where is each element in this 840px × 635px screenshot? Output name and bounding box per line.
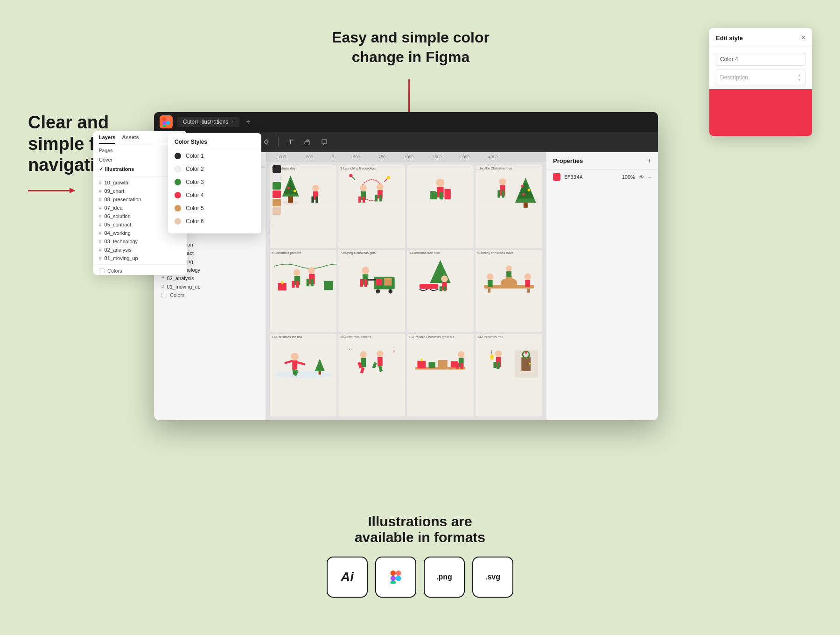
lp-hash-icon: #	[99, 214, 102, 219]
lp-tab-assets[interactable]: Assets	[122, 134, 139, 144]
svg-rect-60	[292, 281, 294, 287]
cs-color-4[interactable]: Color 4	[168, 189, 261, 202]
tab-close-icon[interactable]: ×	[231, 120, 234, 125]
cs-label-5: Color 5	[186, 205, 204, 212]
illus-label-10: 12-Christmas dances	[338, 334, 405, 340]
cs-label-6: Color 6	[186, 218, 204, 225]
swatch-2	[273, 174, 281, 181]
add-tab-button[interactable]: +	[246, 118, 250, 126]
format-svg-label: .svg	[485, 573, 500, 581]
popup-name-input[interactable]	[716, 53, 805, 66]
cs-color-6[interactable]: Color 6	[168, 215, 261, 228]
cs-color-3[interactable]: Color 3	[168, 176, 261, 189]
svg-rect-64	[307, 279, 309, 286]
figma-tab[interactable]: Cuterr Illustrations ×	[177, 117, 239, 127]
swatch-4	[273, 190, 281, 198]
illus-svg-3	[407, 168, 474, 208]
hash-icon: #	[161, 284, 164, 289]
toolbar-pen-icon[interactable]	[259, 135, 273, 148]
cs-dot-4	[175, 192, 181, 198]
illus-presents: 13-Prepare Christmas presents	[407, 334, 474, 416]
lp-separator-2	[93, 264, 187, 265]
edit-style-popup: Edit style × Description ▲ ▼	[709, 28, 812, 136]
layer-02-analysis[interactable]: # 02_analysis	[160, 274, 260, 282]
svg-point-53	[499, 178, 506, 185]
layer-01-moving-up[interactable]: # 01_moving_up	[160, 282, 260, 291]
svg-rect-102	[292, 360, 297, 370]
svg-rect-125	[438, 360, 448, 367]
svg-point-52	[522, 193, 525, 196]
svg-point-95	[525, 273, 531, 280]
svg-point-62	[308, 267, 315, 274]
lp-colors-row[interactable]: Colors	[93, 267, 187, 275]
cs-color-2[interactable]: Color 2	[168, 162, 261, 176]
illus-label-11: 13-Prepare Christmas presents	[407, 334, 474, 340]
right-panel-icons: +	[648, 157, 651, 164]
svg-rect-108	[319, 371, 321, 374]
svg-point-20	[294, 190, 296, 192]
cs-color-5[interactable]: Color 5	[168, 202, 261, 215]
svg-rect-109	[338, 342, 405, 378]
popup-color-swatch	[709, 89, 812, 136]
toolbar-hand-icon[interactable]	[301, 135, 314, 148]
remove-color-button[interactable]: −	[648, 173, 651, 181]
layer-colors[interactable]: Colors	[160, 291, 260, 299]
format-figma-box	[375, 557, 416, 598]
svg-rect-30	[363, 197, 365, 203]
svg-rect-3	[162, 125, 166, 127]
svg-rect-46	[476, 174, 542, 209]
visibility-toggle[interactable]: 👁	[639, 174, 644, 180]
svg-point-36	[387, 176, 390, 179]
color-swatch-ef334a[interactable]	[553, 173, 560, 181]
cs-dot-5	[175, 205, 181, 212]
illus-svg-2	[338, 171, 405, 211]
svg-rect-124	[428, 362, 435, 368]
svg-rect-130	[460, 363, 463, 369]
format-png-label: .png	[436, 573, 452, 581]
cs-color-1[interactable]: Color 1	[168, 149, 261, 162]
lp-item-03-technology[interactable]: #03_technology	[93, 237, 187, 246]
cs-label-3: Color 3	[186, 179, 204, 185]
svg-rect-23	[311, 197, 314, 203]
svg-rect-144	[396, 571, 401, 576]
svg-rect-141	[490, 355, 493, 360]
illus-svg-4	[476, 171, 542, 211]
cs-label-4: Color 4	[186, 192, 204, 198]
svg-rect-77	[368, 279, 376, 281]
svg-point-110	[360, 352, 366, 358]
svg-point-4	[166, 121, 170, 125]
svg-rect-49	[524, 203, 528, 208]
svg-point-58	[294, 269, 300, 275]
svg-point-72	[388, 289, 392, 293]
svg-point-136	[525, 352, 527, 354]
figma-titlebar: Cuterr Illustrations × +	[154, 112, 658, 132]
properties-title: Properties	[553, 157, 583, 164]
lp-hash-icon: #	[99, 222, 102, 227]
svg-rect-2	[162, 121, 166, 125]
svg-point-40	[436, 178, 445, 187]
svg-point-100	[274, 371, 332, 378]
lp-item-01-moving-up[interactable]: #01_moving_up	[93, 254, 187, 262]
illus-svg-10: ♪ ♫	[338, 340, 405, 380]
toolbar-text-icon[interactable]: T	[284, 135, 297, 148]
illus-xmas-tree: ...ing the Christmas tree	[476, 165, 542, 248]
figma-canvas[interactable]: -1000-50005007501000150020004000 1-Chris…	[266, 152, 546, 420]
lp-item-02-analysis[interactable]: #02_analysis	[93, 246, 187, 254]
add-property-button[interactable]: +	[648, 157, 651, 164]
lp-tab-layers[interactable]: Layers	[99, 134, 115, 144]
lp-hash-icon: #	[99, 205, 102, 211]
popup-description-field[interactable]: Description ▲ ▼	[716, 70, 805, 85]
svg-rect-43	[440, 192, 443, 199]
svg-point-93	[487, 273, 493, 280]
color-styles-header: Color Styles	[168, 133, 261, 149]
toolbar-comment-icon[interactable]	[318, 135, 331, 148]
svg-rect-139	[493, 362, 496, 368]
illus-svg-7	[407, 256, 474, 296]
svg-rect-76	[364, 279, 367, 287]
cs-dot-2	[175, 166, 181, 172]
top-center-heading: Easy and simple color change in Figma	[317, 28, 504, 67]
popup-close-button[interactable]: ×	[801, 34, 805, 42]
figma-right-panel: Properties + EF334A 100% 👁 −	[546, 152, 658, 420]
svg-rect-98	[506, 271, 511, 277]
figma-format-icon	[387, 569, 404, 586]
